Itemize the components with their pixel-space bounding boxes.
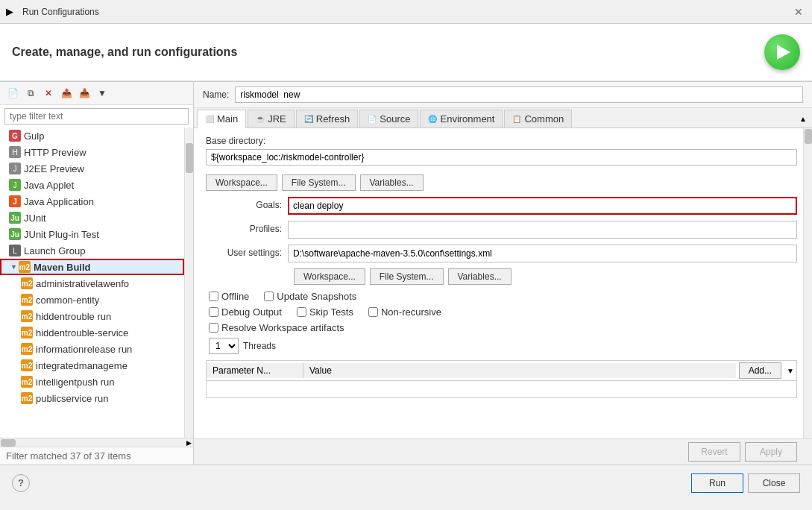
debug-output-checkbox[interactable] bbox=[209, 307, 218, 317]
variables-button-1[interactable]: Variables... bbox=[360, 174, 424, 191]
filesystem-button-1[interactable]: File System... bbox=[282, 174, 356, 191]
threads-select[interactable]: 1 2 4 bbox=[209, 338, 239, 354]
help-button[interactable]: ? bbox=[12, 474, 30, 492]
resolve-workspace-checkbox[interactable] bbox=[209, 323, 218, 333]
non-recursive-checkbox-item: Non-recursive bbox=[368, 306, 441, 318]
tree-item-http-preview[interactable]: H HTTP Preview bbox=[0, 144, 184, 160]
tab-refresh[interactable]: 🔄 Refresh bbox=[296, 110, 359, 128]
tree-item-launch-group[interactable]: L Launch Group bbox=[0, 242, 184, 259]
tree-item-common-entity[interactable]: m2 common-entity bbox=[0, 292, 184, 308]
tree-item-informationrelease[interactable]: m2 informationrelease run bbox=[0, 341, 184, 357]
tree-item-java-applet[interactable]: J Java Applet bbox=[0, 177, 184, 193]
tree-item-label: integratedmanageme bbox=[36, 360, 128, 371]
tab-source[interactable]: 📄 Source bbox=[359, 110, 418, 128]
profiles-input[interactable] bbox=[288, 221, 797, 239]
config-scrollbar[interactable] bbox=[803, 128, 812, 438]
import-button[interactable]: 📥 bbox=[76, 85, 92, 101]
offline-label: Offline bbox=[221, 291, 249, 302]
launch-icon: L bbox=[9, 245, 21, 256]
filesystem-button-2[interactable]: File System... bbox=[370, 268, 444, 285]
tab-environment-label: Environment bbox=[440, 113, 494, 125]
non-recursive-checkbox[interactable] bbox=[368, 307, 378, 317]
skip-tests-checkbox-item: Skip Tests bbox=[297, 306, 353, 318]
m2-child-icon: m2 bbox=[21, 310, 33, 322]
tree-item-junit[interactable]: Ju JUnit bbox=[0, 210, 184, 226]
tree-item-label: informationrelease run bbox=[36, 344, 132, 355]
base-dir-buttons: Workspace... File System... Variables... bbox=[206, 174, 797, 191]
bottom-bar: ? Run Close bbox=[0, 465, 812, 500]
checkbox-row-3: Resolve Workspace artifacts bbox=[209, 322, 797, 333]
left-scroll-x[interactable]: ▶ bbox=[0, 438, 193, 447]
m2-child-icon: m2 bbox=[21, 294, 33, 306]
update-snapshots-label: Update Snapshots bbox=[277, 291, 356, 302]
tree-item-intelligentpush[interactable]: m2 intelligentpush run bbox=[0, 374, 184, 390]
tab-main-label: Main bbox=[217, 113, 238, 125]
workspace-button-2[interactable]: Workspace... bbox=[294, 268, 365, 285]
export-button[interactable]: 📤 bbox=[58, 85, 75, 101]
tab-scroll-up[interactable]: ▲ bbox=[797, 110, 809, 128]
scroll-right-btn[interactable]: ▶ bbox=[184, 438, 193, 447]
duplicate-button[interactable]: ⧉ bbox=[22, 85, 39, 101]
scroll-x-track bbox=[16, 438, 184, 447]
close-button[interactable]: Close bbox=[748, 473, 800, 493]
tab-environment[interactable]: 🌐 Environment bbox=[420, 110, 503, 128]
skip-tests-label: Skip Tests bbox=[309, 306, 353, 318]
tab-main[interactable]: ⬜ Main bbox=[197, 110, 246, 128]
goals-input[interactable] bbox=[288, 197, 797, 215]
tree-item-maven-build[interactable]: ▼ m2 Maven Build bbox=[0, 259, 184, 275]
threads-label: Threads bbox=[243, 341, 276, 351]
junit-plugin-icon: Ju bbox=[9, 228, 21, 240]
base-directory-input[interactable] bbox=[206, 149, 797, 166]
offline-checkbox[interactable] bbox=[209, 292, 218, 301]
variables-button-2[interactable]: Variables... bbox=[448, 268, 512, 285]
common-tab-icon: 📋 bbox=[512, 115, 521, 123]
m2-icon: m2 bbox=[19, 261, 31, 273]
tree-item-label: Maven Build bbox=[34, 262, 91, 273]
close-icon[interactable]: ✕ bbox=[791, 4, 806, 19]
scroll-thumb[interactable] bbox=[186, 143, 193, 173]
filter-input[interactable] bbox=[4, 108, 189, 125]
name-input[interactable] bbox=[235, 86, 803, 103]
java-icon: J bbox=[9, 195, 21, 207]
workspace-button-1[interactable]: Workspace... bbox=[206, 174, 277, 191]
tree-item-junit-plugin[interactable]: Ju JUnit Plug-in Test bbox=[0, 226, 184, 242]
config-scroll-thumb[interactable] bbox=[805, 129, 812, 144]
param-scroll-icon[interactable]: ▼ bbox=[784, 367, 796, 375]
tree-item-java-application[interactable]: J Java Application bbox=[0, 193, 184, 210]
http-icon: H bbox=[9, 146, 21, 158]
scroll-x-thumb[interactable] bbox=[1, 439, 16, 447]
tree-item-integrated[interactable]: m2 integratedmanageme bbox=[0, 357, 184, 374]
tree-item-gulp[interactable]: G Gulp bbox=[0, 128, 184, 144]
tree-item-hiddentrouble-run[interactable]: m2 hiddentrouble run bbox=[0, 308, 184, 324]
new-config-button[interactable]: 📄 bbox=[4, 85, 21, 101]
user-settings-input[interactable] bbox=[288, 245, 797, 262]
tree-scrollbar[interactable] bbox=[184, 128, 193, 438]
add-param-button[interactable]: Add... bbox=[739, 362, 781, 379]
main-tab-icon: ⬜ bbox=[205, 115, 214, 123]
param-value-header: Value bbox=[303, 363, 736, 378]
delete-button[interactable]: ✕ bbox=[40, 85, 57, 101]
apply-button[interactable]: Apply bbox=[745, 442, 797, 462]
resolve-workspace-label: Resolve Workspace artifacts bbox=[221, 322, 344, 333]
name-label: Name: bbox=[203, 89, 229, 100]
tab-common[interactable]: 📋 Common bbox=[504, 110, 572, 128]
skip-tests-checkbox[interactable] bbox=[297, 307, 306, 317]
run-footer-button[interactable]: Run bbox=[691, 473, 743, 493]
tab-source-label: Source bbox=[380, 113, 410, 125]
tree-item-publicservice[interactable]: m2 publicservice run bbox=[0, 390, 184, 406]
tree-item-hiddentrouble-service[interactable]: m2 hiddentrouble-service bbox=[0, 324, 184, 341]
revert-button[interactable]: Revert bbox=[688, 442, 740, 462]
left-status: Filter matched 37 of 37 items bbox=[0, 447, 193, 465]
tree-item-admin[interactable]: m2 administrativelawenfo bbox=[0, 275, 184, 292]
j2ee-icon: J bbox=[9, 163, 21, 174]
tree-item-j2ee-preview[interactable]: J J2EE Preview bbox=[0, 160, 184, 177]
dropdown-button[interactable]: ▼ bbox=[94, 85, 110, 101]
config-content: Base directory: Workspace... File System… bbox=[194, 128, 812, 438]
left-toolbar: 📄 ⧉ ✕ 📤 📥 ▼ bbox=[0, 82, 193, 105]
tab-jre[interactable]: ☕ JRE bbox=[248, 110, 295, 128]
update-snapshots-checkbox[interactable] bbox=[264, 292, 274, 301]
run-button[interactable] bbox=[764, 34, 800, 70]
window-title: Run Configurations bbox=[22, 7, 791, 17]
user-settings-label: User settings: bbox=[206, 245, 288, 258]
m2-child-icon: m2 bbox=[21, 343, 33, 355]
